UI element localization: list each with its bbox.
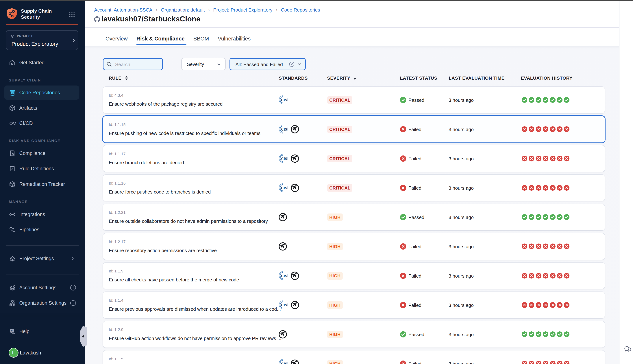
svg-text:CIS: CIS: [281, 303, 287, 307]
svg-text:CIS: CIS: [281, 362, 287, 364]
svg-text:CIS: CIS: [281, 274, 287, 278]
svg-text:CIS: CIS: [281, 186, 287, 190]
svg-text:CIS: CIS: [281, 98, 287, 102]
svg-text:?: ?: [11, 330, 12, 332]
svg-text:CIS: CIS: [281, 128, 287, 131]
svg-text:CIS: CIS: [281, 157, 287, 160]
